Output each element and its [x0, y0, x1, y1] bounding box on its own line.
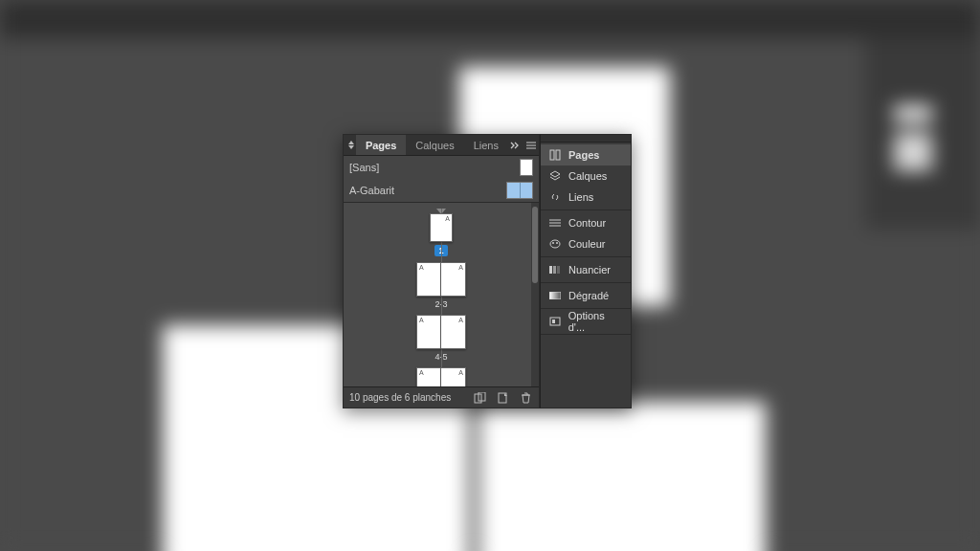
- pages-panel: Pages Calques Liens [Sans] A-Gabarit: [343, 134, 540, 408]
- svg-point-8: [552, 242, 554, 244]
- dock-handle[interactable]: [541, 135, 631, 143]
- svg-marker-1: [348, 145, 354, 149]
- panel-footer: 10 pages de 6 planches: [344, 386, 539, 408]
- scrollbar[interactable]: [531, 203, 539, 386]
- master-letter: A: [458, 369, 463, 376]
- dock-nuancier[interactable]: Nuancier: [541, 259, 631, 280]
- svg-rect-11: [553, 266, 556, 274]
- masters-section: [Sans] A-Gabarit: [344, 156, 539, 203]
- panel-dock: Pages Calques Liens Contour Couleur: [540, 134, 632, 408]
- dock-label: Options d'...: [568, 310, 623, 333]
- master-thumb-spread: [506, 182, 533, 199]
- master-label: [Sans]: [349, 162, 379, 173]
- master-letter: A: [419, 369, 424, 376]
- pages-list: A 1 A A 2-3 A A 4-5 A A: [344, 203, 539, 386]
- svg-rect-6: [556, 150, 560, 160]
- dock-label: Contour: [568, 217, 606, 229]
- dock-label: Pages: [568, 149, 599, 161]
- dock-couleur[interactable]: Couleur: [541, 233, 631, 254]
- status-text: 10 pages de 6 planches: [349, 392, 451, 403]
- dock-contour[interactable]: Contour: [541, 212, 631, 233]
- gradient-icon: [548, 292, 562, 299]
- master-a-gabarit[interactable]: A-Gabarit: [344, 179, 539, 202]
- stroke-icon: [548, 218, 562, 228]
- master-label: A-Gabarit: [349, 185, 394, 196]
- svg-rect-15: [552, 320, 555, 323]
- svg-rect-10: [549, 266, 552, 274]
- panel-menu-icon[interactable]: [523, 135, 539, 155]
- dock-options[interactable]: Options d'...: [541, 311, 631, 332]
- svg-rect-13: [549, 292, 561, 299]
- pages-panel-group: Pages Calques Liens [Sans] A-Gabarit: [343, 134, 632, 408]
- spread-6-7[interactable]: A A: [416, 367, 466, 386]
- dock-label: Calques: [568, 170, 607, 182]
- panel-tabs: Pages Calques Liens: [344, 135, 539, 156]
- dock-label: Couleur: [568, 238, 606, 250]
- master-none[interactable]: [Sans]: [344, 156, 539, 179]
- svg-point-9: [556, 242, 558, 244]
- layers-icon: [548, 170, 562, 182]
- page-size-icon[interactable]: [472, 390, 487, 406]
- spread-4-5[interactable]: A A: [416, 315, 466, 349]
- spread-2-3[interactable]: A A: [416, 262, 466, 297]
- tab-calques[interactable]: Calques: [406, 135, 463, 155]
- dock-liens[interactable]: Liens: [541, 187, 631, 208]
- dock-label: Liens: [568, 191, 593, 203]
- color-icon: [548, 239, 562, 249]
- swatches-icon: [548, 265, 562, 275]
- object-options-icon: [548, 317, 562, 326]
- svg-rect-12: [557, 266, 560, 274]
- svg-marker-0: [348, 141, 354, 144]
- tab-pages[interactable]: Pages: [356, 135, 406, 155]
- master-letter: A: [458, 317, 463, 323]
- dock-calques[interactable]: Calques: [541, 165, 631, 187]
- dock-pages[interactable]: Pages: [541, 144, 631, 165]
- dock-degrade[interactable]: Dégradé: [541, 285, 631, 306]
- pages-icon: [548, 149, 562, 161]
- svg-rect-5: [550, 150, 554, 160]
- master-letter: A: [445, 215, 450, 222]
- updown-icon[interactable]: [347, 141, 356, 149]
- dock-label: Dégradé: [568, 290, 609, 301]
- page-thumb-1[interactable]: A: [430, 213, 453, 242]
- trash-icon[interactable]: [518, 390, 533, 406]
- dock-label: Nuancier: [568, 264, 611, 276]
- tab-liens[interactable]: Liens: [464, 135, 508, 155]
- master-thumb-single: [520, 159, 533, 176]
- new-page-icon[interactable]: [495, 390, 510, 406]
- links-icon: [548, 191, 562, 203]
- master-letter: A: [458, 264, 463, 271]
- master-letter: A: [419, 264, 424, 271]
- expand-icon[interactable]: [508, 135, 523, 155]
- master-letter: A: [419, 317, 424, 323]
- svg-point-7: [550, 240, 560, 248]
